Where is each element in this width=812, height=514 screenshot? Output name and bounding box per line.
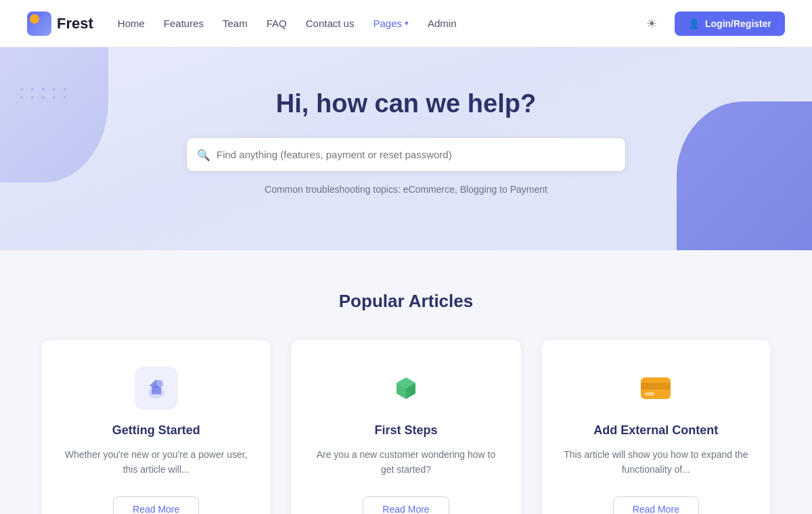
hero-dots-decoration [20, 88, 69, 99]
svg-point-2 [156, 380, 163, 387]
nav-faq[interactable]: FAQ [267, 18, 287, 29]
section-title: Popular Articles [27, 291, 785, 312]
dot [53, 88, 55, 91]
card-add-external-content: Add External Content This article will s… [541, 339, 771, 514]
dot [20, 96, 23, 99]
logo-icon [27, 11, 51, 36]
popular-articles-section: Popular Articles Getting Started Whether… [0, 250, 812, 514]
card-desc-getting-started: Whether you're new or you're a power use… [62, 447, 250, 477]
user-icon: 👤 [688, 18, 700, 29]
search-input[interactable] [186, 137, 626, 172]
nav-pages[interactable]: Pages ▾ [373, 18, 409, 29]
dot [42, 88, 45, 91]
brand-name: Frest [57, 15, 93, 32]
nav-team[interactable]: Team [223, 18, 248, 29]
svg-rect-9 [645, 392, 654, 396]
cards-grid: Getting Started Whether you're new or yo… [41, 339, 771, 514]
card-desc-first-steps: Are you a new customer wondering how to … [311, 447, 500, 477]
dot [64, 88, 66, 91]
nav-links: Home Features Team FAQ Contact us Pages … [118, 18, 457, 29]
theme-toggle-button[interactable]: ☀ [639, 11, 664, 36]
hero-decoration-right [677, 101, 812, 250]
add-external-content-icon [634, 367, 677, 410]
chevron-down-icon: ▾ [405, 19, 409, 28]
card-desc-external: This article will show you how to expand… [562, 447, 750, 477]
nav-right: ☀ 👤 Login/Register [639, 11, 785, 36]
getting-started-icon [135, 367, 178, 410]
card-first-steps: First Steps Are you a new customer wonde… [290, 339, 521, 514]
hero-section: Hi, how can we help? 🔍 Common troublesho… [0, 47, 812, 250]
hero-subtitle: Common troubleshooting topics: eCommerce… [265, 184, 547, 195]
nav-contact[interactable]: Contact us [306, 18, 355, 29]
login-register-button[interactable]: 👤 Login/Register [675, 11, 785, 36]
read-more-first-steps[interactable]: Read More [363, 496, 449, 514]
hero-decoration-left [0, 47, 108, 183]
card-title-getting-started: Getting Started [112, 423, 200, 438]
dot [31, 88, 34, 91]
card-title-external: Add External Content [593, 423, 718, 438]
sun-icon: ☀ [646, 16, 657, 31]
search-icon: 🔍 [197, 148, 210, 161]
nav-admin[interactable]: Admin [428, 18, 457, 29]
logo[interactable]: Frest [27, 11, 93, 36]
nav-features[interactable]: Features [164, 18, 204, 29]
read-more-getting-started[interactable]: Read More [113, 496, 199, 514]
dot [31, 96, 34, 99]
card-title-first-steps: First Steps [374, 423, 437, 438]
dot [42, 96, 45, 99]
nav-left: Frest Home Features Team FAQ Contact us … [27, 11, 457, 36]
hero-title: Hi, how can we help? [276, 89, 536, 118]
nav-home[interactable]: Home [118, 18, 145, 29]
dot [53, 96, 55, 99]
dot [64, 96, 66, 99]
navbar: Frest Home Features Team FAQ Contact us … [0, 0, 812, 47]
dot [20, 88, 23, 91]
search-wrapper: 🔍 [186, 137, 626, 172]
svg-rect-8 [641, 383, 671, 390]
read-more-external[interactable]: Read More [613, 496, 699, 514]
card-getting-started: Getting Started Whether you're new or yo… [41, 339, 271, 514]
first-steps-icon [384, 367, 428, 410]
